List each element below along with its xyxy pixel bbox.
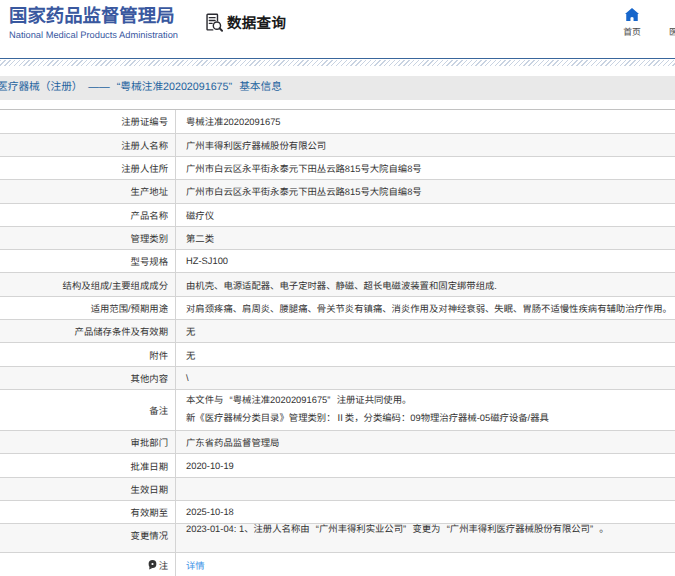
table-row: 附件无 [0, 342, 675, 365]
row-value-text: 无 [186, 324, 195, 338]
site-subtitle: National Medical Products Administration [9, 30, 178, 41]
nav-home-label: 首页 [623, 25, 641, 38]
site-header: 国家药品监督管理局 National Medical Products Admi… [0, 0, 675, 59]
row-label: 其他内容 [0, 367, 176, 389]
table-row: 注详情 [0, 552, 675, 575]
site-title: 国家药品监督管理局 [9, 5, 178, 27]
row-label: 生产地址 [0, 180, 176, 202]
row-label: 结构及组成/主要组成成分 [0, 273, 176, 295]
row-value-text: 2023-01-04: 1、注册人名称由“广州丰得利实业公司”变更为“广州丰得利… [186, 524, 609, 536]
row-value: 粤械注准20202091675 [176, 110, 675, 132]
row-value-text: 粤械注准20202091675 [186, 114, 281, 128]
document-search-icon [204, 13, 223, 32]
row-value-text: 磁疗仪 [186, 208, 214, 222]
row-value-text: 2025-10-18 [186, 507, 234, 517]
row-value-text: 对肩颈疼痛、肩周炎、腰腿痛、骨关节炎有镇痛、消炎作用及对神经衰弱、失眠、胃肠不适… [186, 301, 672, 315]
table-row: 产品名称磁疗仪 [0, 203, 675, 226]
table-row: 审批部门广东省药品监督管理局 [0, 430, 675, 453]
row-value-text: \ [186, 373, 189, 383]
table-row: 注册证编号粤械注准20202091675 [0, 109, 675, 132]
table-row: 批准日期2020-10-19 [0, 453, 675, 476]
row-label: 注册证编号 [0, 110, 176, 132]
nav-home[interactable]: 首页 [614, 7, 650, 38]
table-row: 备注本文件与“粤械注准20202091675”注册证共同使用。新《医疗器械分类目… [0, 389, 675, 430]
nav-next-item[interactable]: 医疗器械 [662, 7, 675, 38]
row-label: 注册人住所 [0, 157, 176, 179]
row-value: HZ-SJ100 [176, 250, 675, 272]
row-label: 有效期至 [0, 501, 176, 523]
table-row: 注册人名称广州丰得利医疗器械股份有限公司 [0, 133, 675, 156]
row-value-text: 广州市白云区永平街永泰元下田丛云路815号大院自编8号 [186, 184, 422, 198]
table-row: 生产地址广州市白云区永平街永泰元下田丛云路815号大院自编8号 [0, 179, 675, 202]
row-value: 本文件与“粤械注准20202091675”注册证共同使用。新《医疗器械分类目录》… [176, 390, 675, 430]
row-value-text: 第二类 [186, 231, 214, 245]
table-row: 结构及组成/主要组成成分由机壳、电源适配器、电子定时器、静磁、超长电磁波装置和固… [0, 272, 675, 295]
row-value: 广东省药品监督管理局 [176, 431, 675, 453]
row-value: 第二类 [176, 227, 675, 249]
row-value: 2020-10-19 [176, 454, 675, 476]
note-line: 本文件与“粤械注准20202091675”注册证共同使用。 [186, 392, 411, 410]
table-row: 管理类别第二类 [0, 226, 675, 249]
row-value-text: 无 [186, 348, 195, 362]
row-label: 产品储存条件及有效期 [0, 320, 176, 342]
breadcrumb-bar: 医疗器械（注册） —— “粤械注准20202091675” 基本信息 [0, 76, 675, 100]
row-label: 产品名称 [0, 204, 176, 226]
row-value: 无 [176, 343, 675, 365]
note-bubble-icon [148, 560, 157, 570]
row-label: 注册人名称 [0, 134, 176, 156]
registration-detail-table: 注册证编号粤械注准20202091675注册人名称广州丰得利医疗器械股份有限公司… [0, 109, 675, 576]
data-query-heading: 数据查询 [204, 12, 286, 33]
row-value: 无 [176, 320, 675, 342]
nmpa-logo[interactable]: 国家药品监督管理局 National Medical Products Admi… [9, 5, 178, 41]
row-label: 审批部门 [0, 431, 176, 453]
row-value-text: 由机壳、电源适配器、电子定时器、静磁、超长电磁波装置和固定绑带组成. [186, 278, 497, 292]
row-value-text: 广州丰得利医疗器械股份有限公司 [186, 138, 326, 152]
home-icon [625, 8, 639, 21]
row-label: 备注 [0, 390, 176, 430]
table-row: 适用范围/预期用途对肩颈疼痛、肩周炎、腰腿痛、骨关节炎有镇痛、消炎作用及对神经衰… [0, 296, 675, 319]
row-value-text: 广州市白云区永平街永泰元下田丛云路815号大院自编8号 [186, 161, 422, 175]
table-row: 变更情况2023-01-04: 1、注册人名称由“广州丰得利实业公司”变更为“广… [0, 523, 675, 552]
row-value-text: HZ-SJ100 [186, 256, 228, 266]
row-value: 详情 [176, 553, 675, 575]
row-value: 由机壳、电源适配器、电子定时器、静磁、超长电磁波装置和固定绑带组成. [176, 273, 675, 295]
header-hatch-band [0, 60, 675, 66]
row-label: 型号规格 [0, 250, 176, 272]
row-value-text: 广东省药品监督管理局 [186, 435, 279, 449]
detail-link[interactable]: 详情 [186, 558, 205, 572]
breadcrumb: 医疗器械（注册） —— “粤械注准20202091675” 基本信息 [0, 76, 282, 100]
row-value: 广州市白云区永平街永泰元下田丛云路815号大院自编8号 [176, 180, 675, 202]
table-row: 型号规格HZ-SJ100 [0, 249, 675, 272]
table-row: 生效日期 [0, 477, 675, 500]
table-row: 产品储存条件及有效期无 [0, 319, 675, 342]
row-value: 广州市白云区永平街永泰元下田丛云路815号大院自编8号 [176, 157, 675, 179]
row-value: 2025-10-18 [176, 501, 675, 523]
row-value: 2023-01-04: 1、注册人名称由“广州丰得利实业公司”变更为“广州丰得利… [176, 524, 675, 552]
row-label: 管理类别 [0, 227, 176, 249]
row-label: 生效日期 [0, 478, 176, 500]
data-query-title: 数据查询 [227, 12, 286, 33]
nav-next-label: 医疗器械 [669, 25, 675, 38]
row-value: \ [176, 367, 675, 389]
row-value: 广州丰得利医疗器械股份有限公司 [176, 134, 675, 156]
row-label: 变更情况 [0, 524, 176, 552]
row-value: 对肩颈疼痛、肩周炎、腰腿痛、骨关节炎有镇痛、消炎作用及对神经衰弱、失眠、胃肠不适… [176, 297, 675, 319]
table-row: 注册人住所广州市白云区永平街永泰元下田丛云路815号大院自编8号 [0, 156, 675, 179]
row-label: 适用范围/预期用途 [0, 297, 176, 319]
row-label: 注 [0, 553, 176, 575]
row-label: 批准日期 [0, 454, 176, 476]
row-label-text: 注 [159, 558, 168, 572]
row-value: 磁疗仪 [176, 204, 675, 226]
table-row: 有效期至2025-10-18 [0, 500, 675, 523]
row-value-text: 2020-10-19 [186, 461, 234, 471]
row-label: 附件 [0, 343, 176, 365]
table-row: 其他内容\ [0, 366, 675, 389]
note-line: 新《医疗器械分类目录》管理类别：Ⅱ类，分类编码：09物理治疗器械-05磁疗设备/… [186, 410, 549, 428]
row-value [176, 478, 675, 500]
